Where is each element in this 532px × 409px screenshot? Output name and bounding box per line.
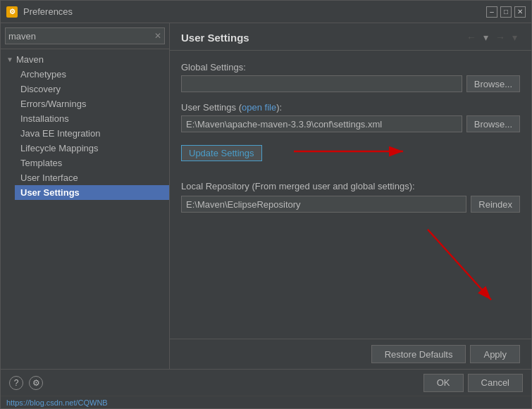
search-bar: ✕ [1, 23, 169, 49]
user-settings-label: User Settings (open file): [181, 102, 520, 113]
minimize-button[interactable]: – [486, 6, 497, 18]
global-settings-group: Global Settings: Browse... [181, 62, 520, 92]
search-wrap: ✕ [5, 27, 165, 44]
global-browse-button[interactable]: Browse... [466, 75, 520, 92]
reindex-button[interactable]: Reindex [471, 196, 520, 213]
panel-bottom-buttons: Restore Defaults Apply [170, 339, 531, 369]
tree: ▼ Maven Archetypes Discovery Errors/Warn… [1, 49, 169, 369]
local-repo-row: Reindex [181, 196, 520, 213]
sidebar-item-lifecycle[interactable]: Lifecycle Mappings [15, 141, 169, 156]
panel-body: Global Settings: Browse... User Settings… [170, 51, 531, 339]
panel-title: User Settings [181, 32, 249, 44]
restore-defaults-button[interactable]: Restore Defaults [371, 345, 466, 363]
user-settings-input[interactable] [181, 115, 462, 132]
apply-arrow-svg [181, 222, 531, 314]
global-settings-input[interactable] [181, 75, 462, 92]
sidebar-item-user-settings[interactable]: User Settings [15, 185, 169, 200]
ok-button[interactable]: OK [423, 374, 464, 392]
sidebar-item-user-interface[interactable]: User Interface [15, 170, 169, 185]
help-icon[interactable]: ? [9, 376, 23, 390]
local-repo-label: Local Repository (From merged user and g… [181, 181, 520, 191]
tree-children: Archetypes Discovery Errors/Warnings Ins… [1, 67, 169, 200]
nav-back-button[interactable]: ← [464, 30, 479, 44]
window-title: Preferences [23, 6, 486, 17]
bottom-right-buttons: OK Cancel [423, 374, 523, 392]
arrow-area [181, 222, 520, 307]
app-icon: ⚙ [6, 6, 18, 18]
sidebar-item-templates[interactable]: Templates [15, 156, 169, 170]
update-settings-section: Update Settings [181, 142, 520, 161]
panel-header: User Settings ← ▾ → ▾ [170, 23, 531, 51]
status-url[interactable]: https://blog.csdn.net/CQWNB [6, 398, 108, 407]
main-content: ✕ ▼ Maven Archetypes Discovery Errors/ [1, 23, 531, 369]
user-settings-group: User Settings (open file): Browse... [181, 102, 520, 132]
sidebar-item-installations[interactable]: Installations [15, 111, 169, 126]
preferences-window: ⚙ Preferences – □ ✕ ✕ ▼ Maven [0, 0, 532, 409]
global-settings-row: Browse... [181, 75, 520, 92]
apply-button[interactable]: Apply [470, 345, 520, 363]
settings-icon[interactable]: ⚙ [29, 376, 43, 390]
panel: User Settings ← ▾ → ▾ Global Settings: B… [170, 23, 531, 369]
bottom-left: ? ⚙ [9, 376, 43, 390]
sidebar-item-discovery[interactable]: Discovery [15, 82, 169, 96]
nav-forward-dropdown-button[interactable]: ▾ [509, 30, 520, 44]
update-settings-button[interactable]: Update Settings [181, 145, 262, 161]
user-settings-row: Browse... [181, 115, 520, 132]
nav-back-dropdown-button[interactable]: ▾ [481, 30, 491, 44]
bottom-bar: ? ⚙ OK Cancel [1, 369, 531, 396]
local-repo-input[interactable] [181, 196, 466, 213]
tree-maven-label: Maven [16, 54, 44, 65]
local-repo-group: Local Repository (From merged user and g… [181, 181, 520, 213]
search-input[interactable] [8, 31, 154, 42]
search-clear-icon[interactable]: ✕ [154, 31, 161, 41]
maximize-button[interactable]: □ [500, 6, 512, 18]
window-controls: – □ ✕ [486, 6, 526, 18]
close-button[interactable]: ✕ [514, 6, 526, 18]
global-settings-label: Global Settings: [181, 62, 520, 73]
sidebar-item-archetypes[interactable]: Archetypes [15, 67, 169, 82]
status-bar: https://blog.csdn.net/CQWNB [1, 396, 531, 408]
sidebar-item-errors-warnings[interactable]: Errors/Warnings [15, 96, 169, 111]
sidebar: ✕ ▼ Maven Archetypes Discovery Errors/ [1, 23, 170, 369]
sidebar-item-java-ee[interactable]: Java EE Integration [15, 126, 169, 141]
tree-maven-parent[interactable]: ▼ Maven [1, 52, 169, 67]
cancel-button[interactable]: Cancel [468, 374, 523, 392]
title-bar: ⚙ Preferences – □ ✕ [1, 1, 531, 23]
nav-forward-button[interactable]: → [493, 30, 508, 44]
nav-buttons: ← ▾ → ▾ [464, 30, 520, 44]
open-file-link[interactable]: open file [242, 102, 276, 113]
tree-arrow-icon: ▼ [6, 56, 13, 63]
user-browse-button[interactable]: Browse... [466, 115, 520, 132]
update-arrow-svg [290, 141, 431, 162]
svg-line-3 [428, 229, 491, 300]
